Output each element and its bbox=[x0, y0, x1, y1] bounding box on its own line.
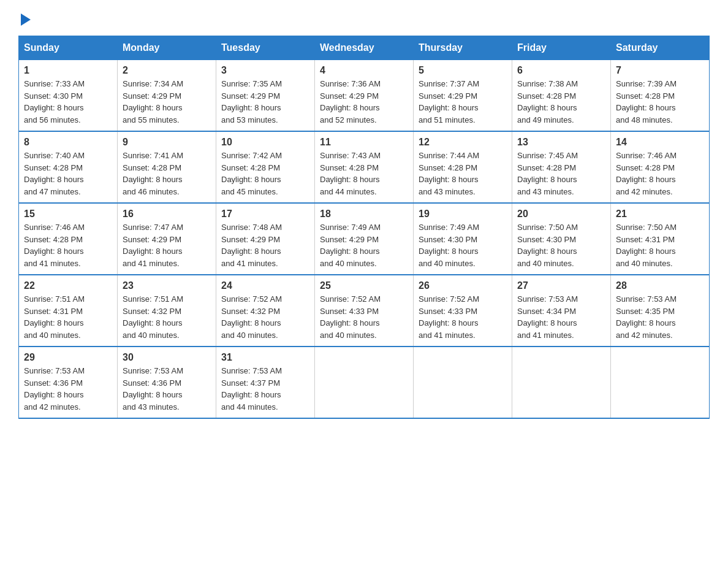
day-info: Sunrise: 7:50 AMSunset: 4:31 PMDaylight:… bbox=[616, 221, 704, 269]
logo-triangle-icon bbox=[21, 13, 31, 26]
day-info: Sunrise: 7:40 AMSunset: 4:28 PMDaylight:… bbox=[24, 150, 112, 197]
day-number: 10 bbox=[221, 137, 309, 148]
day-cell: 26 Sunrise: 7:52 AMSunset: 4:33 PMDaylig… bbox=[414, 275, 512, 347]
day-number: 23 bbox=[123, 280, 211, 291]
day-number: 27 bbox=[517, 280, 605, 291]
day-cell: 5 Sunrise: 7:37 AMSunset: 4:29 PMDayligh… bbox=[414, 60, 512, 132]
day-info: Sunrise: 7:50 AMSunset: 4:30 PMDaylight:… bbox=[517, 221, 605, 269]
day-cell: 29 Sunrise: 7:53 AMSunset: 4:36 PMDaylig… bbox=[19, 347, 118, 418]
day-number: 8 bbox=[24, 137, 112, 148]
day-info: Sunrise: 7:53 AMSunset: 4:34 PMDaylight:… bbox=[517, 293, 605, 341]
day-number: 30 bbox=[123, 352, 211, 363]
day-info: Sunrise: 7:38 AMSunset: 4:28 PMDaylight:… bbox=[517, 78, 605, 126]
day-number: 22 bbox=[24, 280, 112, 291]
day-cell: 27 Sunrise: 7:53 AMSunset: 4:34 PMDaylig… bbox=[512, 275, 611, 347]
week-row-4: 22 Sunrise: 7:51 AMSunset: 4:31 PMDaylig… bbox=[19, 275, 710, 347]
day-number: 2 bbox=[123, 65, 211, 76]
logo bbox=[18, 12, 31, 23]
day-info: Sunrise: 7:46 AMSunset: 4:28 PMDaylight:… bbox=[24, 221, 112, 269]
day-info: Sunrise: 7:45 AMSunset: 4:28 PMDaylight:… bbox=[517, 150, 605, 197]
day-cell: 17 Sunrise: 7:48 AMSunset: 4:29 PMDaylig… bbox=[216, 203, 315, 275]
day-number: 4 bbox=[320, 65, 408, 76]
day-number: 31 bbox=[221, 352, 309, 363]
week-row-2: 8 Sunrise: 7:40 AMSunset: 4:28 PMDayligh… bbox=[19, 131, 710, 203]
header-cell-monday: Monday bbox=[118, 36, 216, 60]
week-row-1: 1 Sunrise: 7:33 AMSunset: 4:30 PMDayligh… bbox=[19, 60, 710, 132]
day-cell bbox=[315, 347, 414, 418]
day-number: 6 bbox=[517, 65, 605, 76]
day-info: Sunrise: 7:39 AMSunset: 4:28 PMDaylight:… bbox=[616, 78, 704, 126]
day-cell: 8 Sunrise: 7:40 AMSunset: 4:28 PMDayligh… bbox=[19, 131, 118, 203]
day-info: Sunrise: 7:49 AMSunset: 4:30 PMDaylight:… bbox=[419, 221, 507, 269]
day-info: Sunrise: 7:49 AMSunset: 4:29 PMDaylight:… bbox=[320, 221, 408, 269]
day-cell: 31 Sunrise: 7:53 AMSunset: 4:37 PMDaylig… bbox=[216, 347, 315, 418]
page-header bbox=[18, 12, 710, 23]
day-info: Sunrise: 7:47 AMSunset: 4:29 PMDaylight:… bbox=[123, 221, 211, 269]
day-number: 16 bbox=[123, 209, 211, 220]
day-cell bbox=[611, 347, 710, 418]
day-cell: 13 Sunrise: 7:45 AMSunset: 4:28 PMDaylig… bbox=[512, 131, 611, 203]
day-cell: 6 Sunrise: 7:38 AMSunset: 4:28 PMDayligh… bbox=[512, 60, 611, 132]
day-number: 9 bbox=[123, 137, 211, 148]
day-cell: 14 Sunrise: 7:46 AMSunset: 4:28 PMDaylig… bbox=[611, 131, 710, 203]
day-cell: 16 Sunrise: 7:47 AMSunset: 4:29 PMDaylig… bbox=[118, 203, 216, 275]
day-cell: 3 Sunrise: 7:35 AMSunset: 4:29 PMDayligh… bbox=[216, 60, 315, 132]
day-number: 28 bbox=[616, 280, 704, 291]
day-info: Sunrise: 7:52 AMSunset: 4:33 PMDaylight:… bbox=[419, 293, 507, 341]
week-row-3: 15 Sunrise: 7:46 AMSunset: 4:28 PMDaylig… bbox=[19, 203, 710, 275]
day-info: Sunrise: 7:53 AMSunset: 4:36 PMDaylight:… bbox=[123, 365, 211, 413]
day-number: 15 bbox=[24, 209, 112, 220]
day-cell: 28 Sunrise: 7:53 AMSunset: 4:35 PMDaylig… bbox=[611, 275, 710, 347]
day-info: Sunrise: 7:41 AMSunset: 4:28 PMDaylight:… bbox=[123, 150, 211, 197]
day-cell: 30 Sunrise: 7:53 AMSunset: 4:36 PMDaylig… bbox=[118, 347, 216, 418]
day-number: 5 bbox=[419, 65, 507, 76]
day-info: Sunrise: 7:53 AMSunset: 4:36 PMDaylight:… bbox=[24, 365, 112, 413]
day-number: 7 bbox=[616, 65, 704, 76]
day-info: Sunrise: 7:36 AMSunset: 4:29 PMDaylight:… bbox=[320, 78, 408, 126]
day-info: Sunrise: 7:52 AMSunset: 4:32 PMDaylight:… bbox=[221, 293, 309, 341]
day-number: 12 bbox=[419, 137, 507, 148]
header-cell-sunday: Sunday bbox=[19, 36, 118, 60]
day-cell: 10 Sunrise: 7:42 AMSunset: 4:28 PMDaylig… bbox=[216, 131, 315, 203]
day-info: Sunrise: 7:51 AMSunset: 4:31 PMDaylight:… bbox=[24, 293, 112, 341]
header-row: SundayMondayTuesdayWednesdayThursdayFrid… bbox=[19, 36, 710, 60]
day-cell: 23 Sunrise: 7:51 AMSunset: 4:32 PMDaylig… bbox=[118, 275, 216, 347]
day-info: Sunrise: 7:37 AMSunset: 4:29 PMDaylight:… bbox=[419, 78, 507, 126]
day-info: Sunrise: 7:43 AMSunset: 4:28 PMDaylight:… bbox=[320, 150, 408, 197]
calendar-header: SundayMondayTuesdayWednesdayThursdayFrid… bbox=[19, 36, 710, 60]
day-number: 20 bbox=[517, 209, 605, 220]
day-info: Sunrise: 7:34 AMSunset: 4:29 PMDaylight:… bbox=[123, 78, 211, 126]
day-number: 24 bbox=[221, 280, 309, 291]
day-info: Sunrise: 7:33 AMSunset: 4:30 PMDaylight:… bbox=[24, 78, 112, 126]
day-cell: 4 Sunrise: 7:36 AMSunset: 4:29 PMDayligh… bbox=[315, 60, 414, 132]
header-cell-friday: Friday bbox=[512, 36, 611, 60]
day-cell: 7 Sunrise: 7:39 AMSunset: 4:28 PMDayligh… bbox=[611, 60, 710, 132]
day-cell: 1 Sunrise: 7:33 AMSunset: 4:30 PMDayligh… bbox=[19, 60, 118, 132]
day-info: Sunrise: 7:35 AMSunset: 4:29 PMDaylight:… bbox=[221, 78, 309, 126]
day-number: 26 bbox=[419, 280, 507, 291]
day-info: Sunrise: 7:53 AMSunset: 4:37 PMDaylight:… bbox=[221, 365, 309, 413]
day-cell bbox=[512, 347, 611, 418]
day-number: 11 bbox=[320, 137, 408, 148]
day-cell: 2 Sunrise: 7:34 AMSunset: 4:29 PMDayligh… bbox=[118, 60, 216, 132]
day-number: 13 bbox=[517, 137, 605, 148]
calendar-table: SundayMondayTuesdayWednesdayThursdayFrid… bbox=[18, 36, 710, 419]
header-cell-thursday: Thursday bbox=[414, 36, 512, 60]
day-info: Sunrise: 7:52 AMSunset: 4:33 PMDaylight:… bbox=[320, 293, 408, 341]
day-number: 18 bbox=[320, 209, 408, 220]
day-info: Sunrise: 7:42 AMSunset: 4:28 PMDaylight:… bbox=[221, 150, 309, 197]
day-cell: 21 Sunrise: 7:50 AMSunset: 4:31 PMDaylig… bbox=[611, 203, 710, 275]
day-cell: 12 Sunrise: 7:44 AMSunset: 4:28 PMDaylig… bbox=[414, 131, 512, 203]
day-cell bbox=[414, 347, 512, 418]
day-number: 17 bbox=[221, 209, 309, 220]
day-info: Sunrise: 7:51 AMSunset: 4:32 PMDaylight:… bbox=[123, 293, 211, 341]
day-number: 19 bbox=[419, 209, 507, 220]
day-cell: 24 Sunrise: 7:52 AMSunset: 4:32 PMDaylig… bbox=[216, 275, 315, 347]
day-info: Sunrise: 7:53 AMSunset: 4:35 PMDaylight:… bbox=[616, 293, 704, 341]
header-cell-wednesday: Wednesday bbox=[315, 36, 414, 60]
day-number: 29 bbox=[24, 352, 112, 363]
day-cell: 18 Sunrise: 7:49 AMSunset: 4:29 PMDaylig… bbox=[315, 203, 414, 275]
day-cell: 15 Sunrise: 7:46 AMSunset: 4:28 PMDaylig… bbox=[19, 203, 118, 275]
day-info: Sunrise: 7:46 AMSunset: 4:28 PMDaylight:… bbox=[616, 150, 704, 197]
calendar-body: 1 Sunrise: 7:33 AMSunset: 4:30 PMDayligh… bbox=[19, 60, 710, 419]
